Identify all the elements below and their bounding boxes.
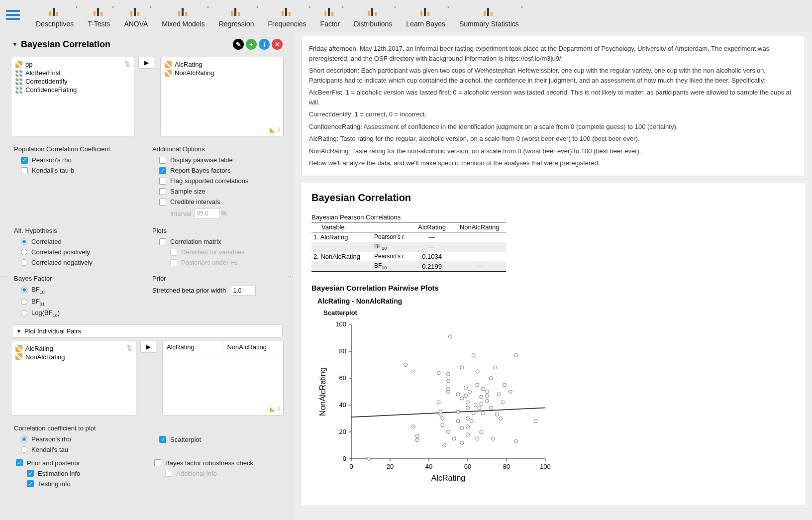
svg-rect-14 xyxy=(238,12,240,16)
ribbon-frequencies[interactable]: ▾Frequencies xyxy=(261,3,313,32)
source-variables-box[interactable]: ⇅ ppAlcBeerFirstCorrectIdentifyConfidenc… xyxy=(11,57,134,136)
left-side-handle[interactable]: ⋮ xyxy=(0,32,8,520)
top-ribbon: ▾Descriptives▾T-Tests▾ANOVA▾Mixed Models… xyxy=(0,0,812,32)
close-button[interactable]: ✕ xyxy=(272,39,283,50)
pairwise-checkbox[interactable]: Display pairwise table xyxy=(152,155,281,165)
scatter-title: Scatterplot xyxy=(323,309,795,316)
bf01-radio[interactable]: BF01 xyxy=(14,296,142,308)
scatter-checkbox[interactable]: ✓Scatterplot xyxy=(152,434,281,445)
svg-rect-29 xyxy=(491,12,493,16)
svg-point-102 xyxy=(482,412,485,415)
ribbon-mixed-models[interactable]: ▾Mixed Models xyxy=(155,3,211,32)
assign-pair-button[interactable]: ▶ xyxy=(140,341,156,353)
pair-source-box[interactable]: ⇅ AlcRatingNonAlcRating xyxy=(11,341,136,416)
report-bf-checkbox[interactable]: ✓Report Bayes factors xyxy=(152,165,281,176)
var-alcrating[interactable]: AlcRating xyxy=(163,60,281,69)
assign-button[interactable]: ▶ xyxy=(138,57,154,69)
var-confidencerating[interactable]: ConfidenceRating xyxy=(13,86,132,94)
sample-checkbox[interactable]: Sample size xyxy=(152,186,281,197)
svg-rect-24 xyxy=(420,11,422,16)
info-button[interactable]: i xyxy=(259,39,270,50)
svg-point-101 xyxy=(480,396,483,399)
sort-icon[interactable]: ⇅ xyxy=(124,60,130,68)
var-pp[interactable]: pp xyxy=(13,60,132,69)
ribbon-distributions[interactable]: ▾Distributions xyxy=(347,3,399,32)
ribbon-regression[interactable]: ▾Regression xyxy=(212,3,261,32)
svg-point-94 xyxy=(474,404,477,407)
var-correctidentify[interactable]: CorrectIdentify xyxy=(13,77,132,86)
edit-button[interactable]: ✎ xyxy=(233,39,244,50)
plots-heading: Plots xyxy=(152,227,281,234)
analysis-title: Bayesian Correlation xyxy=(21,39,231,50)
bf-robust-checkbox[interactable]: Bayes factor robustness check xyxy=(152,458,281,468)
svg-point-113 xyxy=(499,417,503,420)
svg-text:100: 100 xyxy=(335,320,346,328)
ribbon-factor[interactable]: ▾Factor xyxy=(313,3,347,32)
collapse-icon[interactable]: ▼ xyxy=(12,41,18,48)
var-nonalcrating[interactable]: NonAlcRating xyxy=(163,69,281,77)
flag-checkbox[interactable]: Flag supported correlations xyxy=(152,176,281,186)
svg-text:100: 100 xyxy=(540,463,551,470)
svg-rect-2 xyxy=(56,12,58,16)
svg-point-119 xyxy=(534,419,537,423)
var-nonalcrating[interactable]: NonAlcRating xyxy=(13,353,134,361)
interval-input[interactable]: 95.0 xyxy=(195,208,219,218)
svg-point-59 xyxy=(367,457,371,461)
sort-icon[interactable]: ⇅ xyxy=(126,344,132,352)
var-alcbeerfirst[interactable]: AlcBeerFirst xyxy=(13,69,132,77)
pearson-checkbox[interactable]: ✓Pearson's rho xyxy=(14,155,142,165)
ribbon-t-tests[interactable]: ▾T-Tests xyxy=(81,3,117,32)
credible-checkbox[interactable]: Credible intervals xyxy=(152,197,281,207)
kendall-checkbox[interactable]: Kendall's tau-b xyxy=(14,165,142,176)
svg-text:80: 80 xyxy=(503,463,510,470)
prior-input[interactable]: 1.0 xyxy=(231,286,256,296)
add-button[interactable]: + xyxy=(246,39,257,50)
svg-point-107 xyxy=(489,406,493,410)
hamburger-icon[interactable] xyxy=(6,8,20,22)
type-hint-icon: ◣ ⫴ xyxy=(270,125,280,134)
coef-plot-heading: Correlation coefficient to plot xyxy=(14,424,142,432)
results-panel: Friday afternoon, May 12th 2017, an info… xyxy=(295,32,812,520)
alt-positive-radio[interactable]: Correlated positively xyxy=(14,247,142,257)
svg-point-106 xyxy=(486,390,489,394)
plot-kendall-radio[interactable]: Kendall's tau xyxy=(14,444,142,455)
svg-point-81 xyxy=(460,397,464,400)
alt-negative-radio[interactable]: Correlated negatively xyxy=(14,257,142,268)
bf10-radio[interactable]: BF10 xyxy=(14,284,142,296)
svg-point-99 xyxy=(480,430,483,434)
svg-text:60: 60 xyxy=(464,463,471,470)
alt-correlated-radio[interactable]: Correlated xyxy=(14,236,142,247)
target-variables-box[interactable]: ◣ ⫴ AlcRatingNonAlcRating xyxy=(160,57,284,136)
mid-side-handle[interactable]: ⋮ xyxy=(287,32,295,520)
est-info-checkbox[interactable]: ✓Estimation info xyxy=(14,468,142,479)
svg-point-75 xyxy=(448,335,452,338)
ribbon-learn-bayes[interactable]: ▾Learn Bayes xyxy=(399,3,452,32)
svg-text:20: 20 xyxy=(339,428,346,435)
svg-point-76 xyxy=(452,437,456,440)
svg-point-60 xyxy=(404,363,407,367)
svg-point-105 xyxy=(486,394,489,398)
ribbon-summary-statistics[interactable]: ▾Summary Statistics xyxy=(452,3,526,32)
svg-point-90 xyxy=(468,390,471,394)
pair-target-box[interactable]: AlcRating NonAlcRating ◣ ⫴ xyxy=(162,341,284,416)
svg-rect-0 xyxy=(49,11,51,16)
logbf-radio[interactable]: Log(BF10) xyxy=(14,308,142,319)
plot-pairs-section[interactable]: ▼Plot Individual Pairs xyxy=(12,324,283,338)
svg-point-64 xyxy=(415,434,419,438)
ribbon-anova[interactable]: ▾ANOVA xyxy=(117,3,155,32)
svg-point-86 xyxy=(466,425,470,428)
svg-rect-7 xyxy=(134,8,136,16)
corrmat-checkbox[interactable]: Correlation matrix xyxy=(152,236,281,247)
pair-subtitle: AlcRating - NonAlcRating xyxy=(317,297,795,305)
var-alcrating[interactable]: AlcRating xyxy=(13,344,134,353)
svg-point-97 xyxy=(476,370,479,373)
test-info-checkbox[interactable]: ✓Testing info xyxy=(14,479,142,489)
svg-point-93 xyxy=(472,354,475,357)
results-content: Bayesian Correlation Bayesian Pearson Co… xyxy=(302,183,805,506)
svg-point-111 xyxy=(495,413,499,416)
svg-rect-13 xyxy=(234,8,236,16)
ribbon-descriptives[interactable]: ▾Descriptives xyxy=(29,3,81,32)
prior-post-checkbox[interactable]: ✓Prior and posterior xyxy=(14,458,142,468)
plot-pearson-radio[interactable]: Pearson's rho xyxy=(14,434,142,444)
pop-coef-heading: Population Correlation Coefficient xyxy=(14,145,142,153)
